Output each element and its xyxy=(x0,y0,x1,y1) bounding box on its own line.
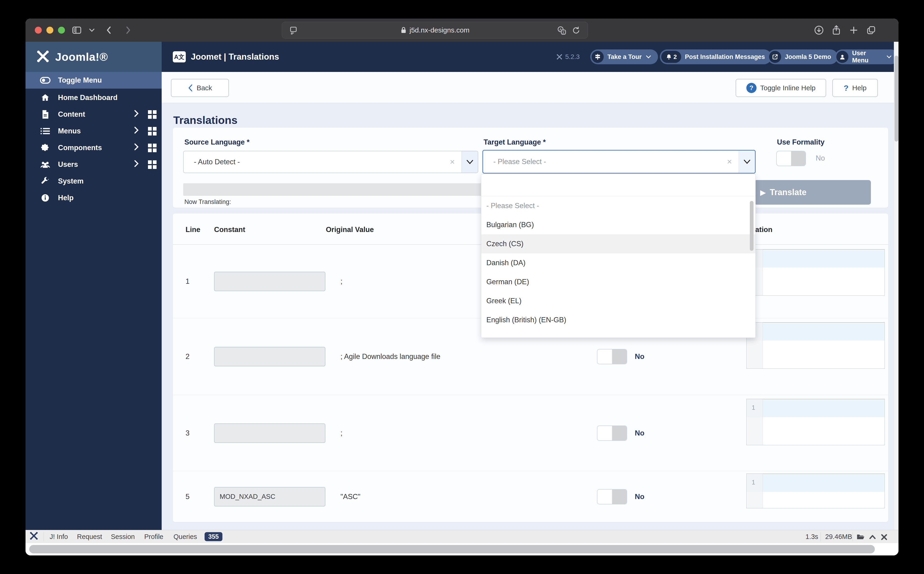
divider xyxy=(820,532,821,541)
translate-page-icon[interactable]: A文 xyxy=(557,26,567,35)
row-toggle[interactable] xyxy=(597,349,627,364)
help-button[interactable]: ? Help xyxy=(833,79,878,97)
user-menu-button[interactable]: User Menu xyxy=(835,49,899,64)
users-dashboard-grid-icon[interactable] xyxy=(148,160,157,169)
constant-input[interactable] xyxy=(214,423,326,443)
dropdown-search-input[interactable] xyxy=(481,174,756,196)
translation-editor[interactable]: 1 xyxy=(746,249,885,296)
use-formality-toggle[interactable] xyxy=(776,151,806,166)
target-language-select[interactable]: - Please Select - ✕ xyxy=(482,150,756,173)
sidebar-item-label: Menus xyxy=(58,127,81,135)
chevron-right-icon[interactable] xyxy=(134,126,139,136)
toggle-inline-help-button[interactable]: ? Toggle Inline Help xyxy=(736,79,826,97)
source-language-label: Source Language * xyxy=(184,138,250,147)
line-number: 2 xyxy=(186,352,189,361)
close-debug-icon[interactable] xyxy=(881,534,887,542)
clear-selection-icon[interactable]: ✕ xyxy=(727,158,732,166)
address-bar[interactable]: j5d.nx-designs.com A文 xyxy=(282,22,588,38)
sidebar-item-label: Content xyxy=(58,110,85,118)
content-dashboard-grid-icon[interactable] xyxy=(148,110,157,119)
chevron-left-icon xyxy=(188,84,193,91)
close-window-button[interactable] xyxy=(35,27,42,34)
dropdown-scrollbar[interactable] xyxy=(750,201,754,251)
row-toggle[interactable] xyxy=(597,489,627,505)
sidebar-item-system[interactable]: System xyxy=(25,173,162,189)
line-number: 5 xyxy=(186,492,189,501)
maximize-window-button[interactable] xyxy=(58,27,65,34)
post-installation-messages-button[interactable]: 2 Post Installation Messages xyxy=(660,49,771,64)
puzzle-icon xyxy=(40,143,50,153)
active-line-highlight xyxy=(746,400,885,417)
target-language-label: Target Language * xyxy=(483,138,546,147)
tab-overview-icon[interactable] xyxy=(866,25,877,36)
joomet-translate-icon: A文 xyxy=(173,51,186,62)
dropdown-option[interactable]: German (DE) xyxy=(481,272,756,292)
debug-memory: 29.46MB xyxy=(825,533,852,541)
sidebar-item-toggle-menu[interactable]: Toggle Menu xyxy=(25,72,162,88)
components-dashboard-grid-icon[interactable] xyxy=(148,144,157,152)
debug-request-link[interactable]: Request xyxy=(77,533,102,541)
take-a-tour-button[interactable]: Take a Tour xyxy=(590,49,658,64)
messages-count-badge: 2 xyxy=(674,54,677,61)
debug-session-link[interactable]: Session xyxy=(111,533,135,541)
sidebar-item-label: Components xyxy=(58,144,102,152)
constant-input[interactable] xyxy=(214,272,326,291)
chevron-right-icon[interactable] xyxy=(134,109,139,119)
back-nav-icon[interactable] xyxy=(104,25,115,36)
sidebar-item-components[interactable]: Components xyxy=(25,139,162,156)
constant-input[interactable] xyxy=(214,347,326,366)
row-toggle-value: No xyxy=(635,429,644,437)
debug-queries-link[interactable]: Queries xyxy=(173,533,197,541)
dropdown-option[interactable]: English (British) (EN-GB) xyxy=(481,311,756,330)
clear-selection-icon[interactable]: ✕ xyxy=(450,158,455,166)
dropdown-option-highlighted[interactable]: Czech (CS) xyxy=(481,234,756,253)
minimize-window-button[interactable] xyxy=(46,27,54,34)
reader-view-icon[interactable] xyxy=(288,25,298,35)
share-icon[interactable] xyxy=(831,25,842,36)
vertical-scrollbar[interactable] xyxy=(894,42,899,530)
translate-button[interactable]: ▶ Translate xyxy=(754,180,871,205)
sidebar-item-help[interactable]: Help xyxy=(25,189,162,206)
debug-time: 1.3s xyxy=(806,533,818,541)
translation-editor[interactable]: 1 xyxy=(746,473,885,508)
queries-count-badge: 355 xyxy=(205,532,222,541)
menus-dashboard-grid-icon[interactable] xyxy=(148,127,157,136)
sidebar-item-content[interactable]: Content xyxy=(25,106,162,123)
dropdown-option[interactable]: - Please Select - xyxy=(481,196,756,215)
sidebar-toggle-icon[interactable] xyxy=(71,25,82,36)
vertical-scrollbar-thumb[interactable] xyxy=(894,56,898,142)
debug-jinfo-link[interactable]: J! Info xyxy=(50,533,68,541)
row-toggle[interactable] xyxy=(597,426,627,441)
horizontal-scrollbar-thumb[interactable] xyxy=(29,545,875,554)
chevron-right-icon[interactable] xyxy=(134,159,139,169)
debug-profile-link[interactable]: Profile xyxy=(144,533,163,541)
chevron-down-icon[interactable] xyxy=(461,151,478,173)
constant-input[interactable] xyxy=(214,487,326,506)
translation-editor[interactable]: 1 xyxy=(746,322,885,369)
source-language-select[interactable]: - Auto Detect - ✕ xyxy=(183,151,478,173)
back-button[interactable]: Back xyxy=(171,79,229,97)
translation-editor[interactable]: 1 xyxy=(746,399,885,445)
sidebar-item-users[interactable]: Users xyxy=(25,156,162,173)
dropdown-option[interactable]: Bulgarian (BG) xyxy=(481,215,756,234)
collapse-up-icon[interactable] xyxy=(869,534,876,541)
new-tab-icon[interactable] xyxy=(848,25,859,36)
joomla-demo-button[interactable]: Joomla 5 Demo xyxy=(768,49,838,64)
forward-nav-icon[interactable] xyxy=(123,25,133,36)
sidebar-item-home-dashboard[interactable]: Home Dashboard xyxy=(25,89,162,106)
line-number: 3 xyxy=(186,429,189,437)
chevron-down-icon[interactable] xyxy=(88,28,95,33)
original-value: ; xyxy=(340,277,343,285)
target-language-value: - Please Select - xyxy=(483,158,727,166)
open-folder-icon[interactable] xyxy=(857,533,865,542)
toggle-inline-help-label: Toggle Inline Help xyxy=(760,84,816,92)
dropdown-option[interactable]: Danish (DA) xyxy=(481,253,756,272)
chevron-right-icon[interactable] xyxy=(134,143,139,153)
editor-line-number: 1 xyxy=(752,404,755,412)
reload-icon[interactable] xyxy=(571,26,581,35)
chevron-down-icon[interactable] xyxy=(739,151,755,173)
dropdown-option[interactable]: Greek (EL) xyxy=(481,292,756,311)
downloads-icon[interactable] xyxy=(814,25,824,36)
sidebar-item-menus[interactable]: Menus xyxy=(25,123,162,139)
horizontal-scrollbar[interactable] xyxy=(25,543,899,555)
